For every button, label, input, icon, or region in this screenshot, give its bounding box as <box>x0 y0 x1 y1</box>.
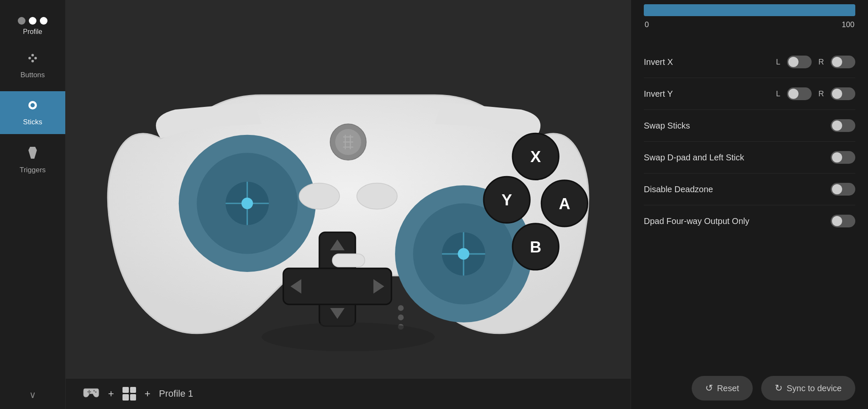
invert-x-r-toggle[interactable] <box>831 56 855 68</box>
profile-dot-3 <box>40 17 47 25</box>
settings-list: Invert X L R Invert Y L R <box>631 38 868 367</box>
sync-icon: ↻ <box>775 383 782 394</box>
bottom-buttons: ↺ Reset ↻ Sync to device <box>631 367 868 409</box>
reset-label: Reset <box>717 384 739 393</box>
windows-icon <box>122 387 136 401</box>
svg-point-40 <box>357 183 397 209</box>
invert-x-controls: L R <box>776 56 855 68</box>
svg-text:A: A <box>559 195 570 213</box>
plus-1: + <box>108 388 114 400</box>
sidebar-item-buttons[interactable]: Buttons <box>0 44 65 87</box>
controller-image: X Y A B <box>74 8 622 370</box>
bottom-bar: + + Profile 1 <box>66 378 631 409</box>
swap-sticks-label: Swap Sticks <box>644 121 690 131</box>
swap-sticks-controls <box>831 119 855 132</box>
svg-point-3 <box>28 57 31 59</box>
svg-rect-47 <box>87 391 91 392</box>
buttons-icon <box>26 52 39 67</box>
slider-min: 0 <box>645 20 649 29</box>
svg-point-39 <box>299 183 339 209</box>
disable-deadzone-toggle[interactable] <box>831 183 855 196</box>
sync-button[interactable]: ↻ Sync to device <box>761 376 855 401</box>
invert-y-r-toggle[interactable] <box>831 87 855 100</box>
slider-section: 0 100 <box>631 0 868 38</box>
profile-dot-1 <box>18 17 25 25</box>
svg-point-1 <box>34 57 37 59</box>
setting-row-dpad-fourway: Dpad Four-way Output Only <box>644 205 855 237</box>
setting-row-swap-sticks: Swap Sticks <box>644 110 855 142</box>
profile-dots <box>18 17 47 25</box>
triggers-label: Triggers <box>19 166 46 174</box>
slider-track[interactable] <box>644 4 855 16</box>
buttons-label: Buttons <box>20 71 45 79</box>
win-square-3 <box>122 394 129 401</box>
invert-y-label: Invert Y <box>644 89 673 99</box>
setting-row-invert-y: Invert Y L R <box>644 78 855 110</box>
sidebar-item-triggers[interactable]: Triggers <box>0 138 65 182</box>
sidebar: Profile Buttons Sticks <box>0 0 66 409</box>
swap-dpad-label: Swap D-pad and Left Stick <box>644 153 744 162</box>
invert-y-controls: L R <box>776 87 855 100</box>
sidebar-item-profile[interactable]: Profile <box>0 8 65 40</box>
sticks-label: Sticks <box>23 118 42 126</box>
controller-area: X Y A B <box>66 0 631 378</box>
invert-x-l-toggle[interactable] <box>787 56 812 68</box>
profile-name: Profile 1 <box>159 388 193 399</box>
chevron-down-icon[interactable]: ∨ <box>29 389 36 401</box>
triggers-icon <box>27 146 39 162</box>
swap-sticks-toggle[interactable] <box>831 119 855 132</box>
reset-icon: ↺ <box>705 383 713 394</box>
plus-2: + <box>145 388 150 400</box>
win-square-1 <box>122 387 129 393</box>
svg-point-42 <box>398 305 404 311</box>
reset-button[interactable]: ↺ Reset <box>692 376 753 401</box>
invert-x-r-label: R <box>818 58 824 67</box>
profile-dot-2 <box>29 17 36 25</box>
svg-point-5 <box>31 103 35 107</box>
main-content: X Y A B <box>66 0 631 409</box>
svg-point-45 <box>262 322 434 351</box>
slider-max: 100 <box>842 20 854 29</box>
invert-x-label: Invert X <box>644 57 673 67</box>
invert-x-l-label: L <box>776 58 780 67</box>
setting-row-disable-deadzone: Disable Deadzone <box>644 174 855 205</box>
slider-labels: 0 100 <box>644 20 855 29</box>
controller-icon <box>83 385 100 402</box>
svg-point-49 <box>95 391 97 393</box>
dpad-fourway-controls <box>831 215 855 227</box>
setting-row-swap-dpad: Swap D-pad and Left Stick <box>644 142 855 174</box>
sidebar-item-sticks[interactable]: Sticks <box>0 91 65 134</box>
svg-point-0 <box>31 54 34 56</box>
dpad-fourway-label: Dpad Four-way Output Only <box>644 216 749 226</box>
svg-point-48 <box>93 390 95 392</box>
setting-row-invert-x: Invert X L R <box>644 46 855 78</box>
disable-deadzone-label: Disable Deadzone <box>644 185 713 194</box>
win-square-4 <box>130 394 136 401</box>
sticks-icon <box>26 99 39 115</box>
swap-dpad-controls <box>831 151 855 164</box>
svg-point-43 <box>398 314 404 320</box>
invert-y-r-label: R <box>818 90 824 98</box>
svg-text:B: B <box>530 238 541 256</box>
dpad-fourway-toggle[interactable] <box>831 215 855 227</box>
svg-text:Y: Y <box>501 191 512 209</box>
right-panel: 0 100 Invert X L R Invert Y L <box>631 0 868 409</box>
svg-point-2 <box>31 60 34 62</box>
swap-dpad-toggle[interactable] <box>831 151 855 164</box>
disable-deadzone-controls <box>831 183 855 196</box>
app-container: Profile Buttons Sticks <box>0 0 868 409</box>
win-square-2 <box>130 387 136 393</box>
profile-label: Profile <box>23 28 42 36</box>
invert-y-l-label: L <box>776 90 780 98</box>
sidebar-bottom: ∨ <box>0 389 65 409</box>
svg-text:X: X <box>530 148 541 165</box>
svg-rect-41 <box>332 254 365 267</box>
invert-y-l-toggle[interactable] <box>787 87 812 100</box>
sync-label: Sync to device <box>787 384 842 393</box>
